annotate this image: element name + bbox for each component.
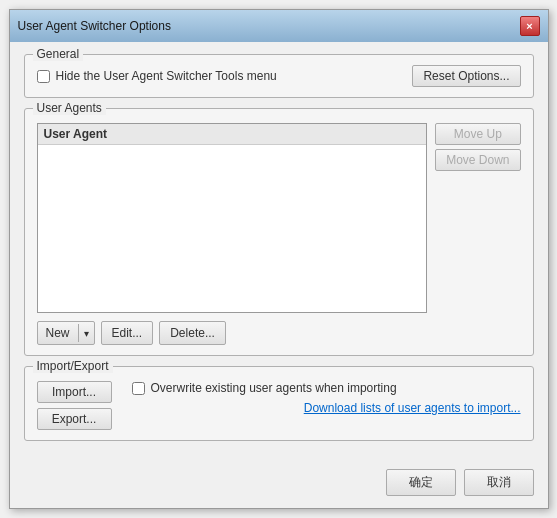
overwrite-checkbox[interactable] [132, 382, 145, 395]
dialog-content: General Hide the User Agent Switcher Too… [10, 42, 548, 465]
general-section: General Hide the User Agent Switcher Too… [24, 54, 534, 98]
dialog-window: User Agent Switcher Options × General Hi… [9, 9, 549, 509]
overwrite-text: Overwrite existing user agents when impo… [151, 381, 397, 395]
new-arrow[interactable]: ▾ [79, 325, 94, 342]
side-buttons: Move Up Move Down [435, 123, 520, 313]
import-button[interactable]: Import... [37, 381, 112, 403]
user-agents-body: User Agent Move Up Move Down [37, 123, 521, 313]
general-title: General [33, 47, 84, 61]
import-export-title: Import/Export [33, 359, 113, 373]
window-title: User Agent Switcher Options [18, 19, 171, 33]
dialog-footer: 确定 取消 [10, 465, 548, 508]
hide-checkbox-text: Hide the User Agent Switcher Tools menu [56, 69, 277, 83]
reset-options-button[interactable]: Reset Options... [412, 65, 520, 87]
confirm-button[interactable]: 确定 [386, 469, 456, 496]
import-export-body: Import... Export... Overwrite existing u… [37, 381, 521, 430]
import-export-right: Overwrite existing user agents when impo… [112, 381, 521, 415]
list-column-header: User Agent [38, 124, 427, 145]
close-icon: × [526, 20, 532, 32]
edit-button[interactable]: Edit... [101, 321, 154, 345]
close-button[interactable]: × [520, 16, 540, 36]
user-agents-section: User Agents User Agent Move Up Move Down… [24, 108, 534, 356]
delete-button[interactable]: Delete... [159, 321, 226, 345]
user-agents-list[interactable]: User Agent [37, 123, 428, 313]
title-bar: User Agent Switcher Options × [10, 10, 548, 42]
new-button-group[interactable]: New ▾ [37, 321, 95, 345]
download-link[interactable]: Download lists of user agents to import.… [132, 401, 521, 415]
ua-bottom-row: New ▾ Edit... Delete... [37, 321, 521, 345]
import-export-left: Import... Export... [37, 381, 112, 430]
overwrite-label[interactable]: Overwrite existing user agents when impo… [132, 381, 397, 395]
move-up-button[interactable]: Move Up [435, 123, 520, 145]
cancel-button[interactable]: 取消 [464, 469, 534, 496]
hide-checkbox-label[interactable]: Hide the User Agent Switcher Tools menu [37, 69, 277, 83]
export-button[interactable]: Export... [37, 408, 112, 430]
hide-checkbox[interactable] [37, 70, 50, 83]
new-button[interactable]: New [38, 323, 78, 343]
general-row: Hide the User Agent Switcher Tools menu … [37, 65, 521, 87]
import-export-section: Import/Export Import... Export... Overwr… [24, 366, 534, 441]
move-down-button[interactable]: Move Down [435, 149, 520, 171]
user-agents-title: User Agents [33, 101, 106, 115]
